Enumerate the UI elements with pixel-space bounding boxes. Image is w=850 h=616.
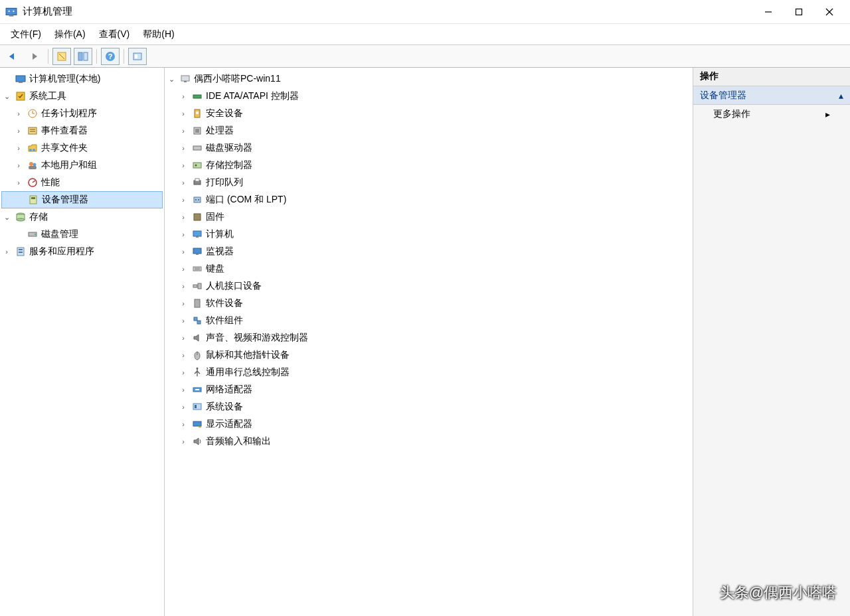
svg-rect-76	[193, 422, 201, 426]
maximize-button[interactable]	[784, 1, 814, 23]
center-device-tree[interactable]: ⌄ 偶西小嗒嗒PC-win11 ›IDE ATA/ATAPI 控制器 ›安全设备…	[165, 68, 693, 616]
expand-icon[interactable]: ›	[178, 386, 189, 394]
svg-point-2	[9, 10, 10, 11]
device-mice[interactable]: ›鼠标和其他指针设备	[166, 346, 691, 364]
tree-shared-folders[interactable]: › 共享文件夹	[1, 139, 163, 157]
device-display-adapters[interactable]: ›显示适配器	[166, 416, 691, 433]
tree-root-computer-management[interactable]: 计算机管理(本地)	[1, 70, 163, 88]
device-usb-controllers[interactable]: ›通用串行总线控制器	[166, 364, 691, 381]
software-component-icon	[191, 315, 203, 327]
expand-icon[interactable]: ›	[178, 92, 189, 100]
device-ports[interactable]: ›端口 (COM 和 LPT)	[166, 191, 691, 208]
refresh-button[interactable]	[128, 48, 147, 65]
device-audio-io[interactable]: ›音频输入和输出	[166, 433, 691, 450]
expand-icon[interactable]: ›	[178, 213, 189, 221]
menu-action[interactable]: 操作(A)	[48, 26, 92, 43]
clock-icon	[27, 108, 39, 119]
expand-icon[interactable]: ›	[13, 127, 24, 135]
expand-icon[interactable]: ›	[178, 351, 189, 359]
device-computer[interactable]: ›计算机	[166, 226, 691, 243]
help-button[interactable]: ?	[101, 48, 120, 65]
expand-icon[interactable]: ›	[1, 248, 12, 256]
device-monitors[interactable]: ›监视器	[166, 243, 691, 260]
svg-rect-32	[31, 197, 35, 199]
expand-icon[interactable]: ›	[178, 161, 189, 169]
expand-icon[interactable]: ›	[178, 282, 189, 290]
expand-icon[interactable]: ›	[178, 179, 189, 187]
event-viewer-icon	[27, 125, 39, 137]
network-icon	[191, 384, 203, 396]
expand-icon[interactable]: ›	[178, 334, 189, 342]
close-button[interactable]	[814, 1, 845, 23]
device-hid[interactable]: ›人机接口设备	[166, 277, 691, 295]
expand-icon[interactable]: ›	[13, 144, 24, 152]
tree-services-apps[interactable]: › 服务和应用程序	[1, 243, 163, 260]
collapse-icon[interactable]: ⌄	[1, 213, 12, 222]
device-software-components[interactable]: ›软件组件	[166, 312, 691, 329]
expand-icon[interactable]: ›	[178, 403, 189, 411]
expand-icon[interactable]: ›	[178, 110, 189, 117]
device-ide-atapi[interactable]: ›IDE ATA/ATAPI 控制器	[166, 88, 691, 105]
tree-disk-management[interactable]: 磁盘管理	[1, 226, 163, 243]
device-root-pc[interactable]: ⌄ 偶西小嗒嗒PC-win11	[166, 70, 691, 88]
device-security[interactable]: ›安全设备	[166, 105, 691, 122]
tree-storage[interactable]: ⌄ 存储	[1, 208, 163, 226]
expand-icon[interactable]: ›	[13, 110, 24, 117]
device-print-queues[interactable]: ›打印队列	[166, 174, 691, 191]
device-disk-drives[interactable]: ›磁盘驱动器	[166, 139, 691, 157]
expand-icon[interactable]: ›	[178, 196, 189, 204]
device-software-devices[interactable]: ›软件设备	[166, 295, 691, 312]
monitor-icon	[191, 246, 203, 258]
device-sound-video-game[interactable]: ›声音、视频和游戏控制器	[166, 329, 691, 346]
expand-icon[interactable]: ›	[178, 299, 189, 307]
actions-section-device-manager[interactable]: 设备管理器 ▴	[693, 86, 850, 105]
expand-icon[interactable]: ›	[178, 230, 189, 238]
expand-icon[interactable]: ›	[13, 161, 24, 169]
tree-performance[interactable]: › 性能	[1, 174, 163, 191]
actions-more[interactable]: 更多操作 ▸	[693, 105, 850, 123]
show-hide-button[interactable]	[74, 48, 92, 65]
svg-rect-64	[193, 285, 197, 287]
tree-local-users[interactable]: › 本地用户和组	[1, 157, 163, 174]
usb-icon	[191, 366, 203, 378]
properties-button[interactable]	[52, 48, 71, 65]
menu-help[interactable]: 帮助(H)	[136, 26, 181, 43]
window-title: 计算机管理	[23, 5, 753, 18]
device-firmware[interactable]: ›固件	[166, 208, 691, 226]
expand-icon[interactable]: ›	[178, 368, 189, 376]
menu-view[interactable]: 查看(V)	[92, 26, 137, 43]
device-network-adapters[interactable]: ›网络适配器	[166, 381, 691, 398]
svg-rect-60	[196, 254, 199, 255]
device-system-devices[interactable]: ›系统设备	[166, 398, 691, 416]
expand-icon[interactable]: ›	[178, 317, 189, 325]
tree-task-scheduler[interactable]: › 任务计划程序	[1, 105, 163, 122]
nav-back-button[interactable]	[4, 48, 23, 65]
expand-icon[interactable]: ›	[13, 179, 24, 187]
tree-system-tools[interactable]: ⌄ 系统工具	[1, 88, 163, 105]
left-tree-pane[interactable]: 计算机管理(本地) ⌄ 系统工具 › 任务计划程序 › 事件查看器 › 共享文件…	[0, 68, 165, 616]
svg-rect-5	[796, 9, 802, 15]
expand-icon[interactable]: ›	[178, 420, 189, 428]
expand-icon[interactable]: ›	[178, 144, 189, 152]
device-storage-controllers[interactable]: ›存储控制器	[166, 157, 691, 174]
collapse-icon[interactable]: ⌄	[166, 75, 177, 84]
device-processors[interactable]: ›处理器	[166, 122, 691, 139]
svg-rect-40	[19, 252, 23, 253]
collapse-icon[interactable]: ⌄	[1, 92, 12, 101]
device-keyboards[interactable]: ›键盘	[166, 260, 691, 277]
menu-file[interactable]: 文件(F)	[4, 26, 48, 43]
keyboard-icon	[191, 263, 203, 275]
expand-icon[interactable]: ›	[178, 127, 189, 135]
svg-point-26	[29, 162, 33, 166]
tree-event-viewer[interactable]: › 事件查看器	[1, 122, 163, 139]
expand-icon[interactable]: ›	[178, 265, 189, 273]
expand-icon[interactable]: ›	[178, 248, 189, 256]
watermark-text: 头条@偶西小嗒嗒	[720, 583, 837, 603]
svg-rect-56	[194, 214, 201, 220]
storage-controller-icon	[191, 159, 203, 171]
minimize-button[interactable]	[753, 1, 784, 23]
tree-device-manager[interactable]: 设备管理器	[1, 191, 163, 208]
nav-forward-button[interactable]	[25, 48, 44, 65]
expand-icon[interactable]: ›	[178, 437, 189, 445]
actions-header: 操作	[693, 68, 850, 86]
